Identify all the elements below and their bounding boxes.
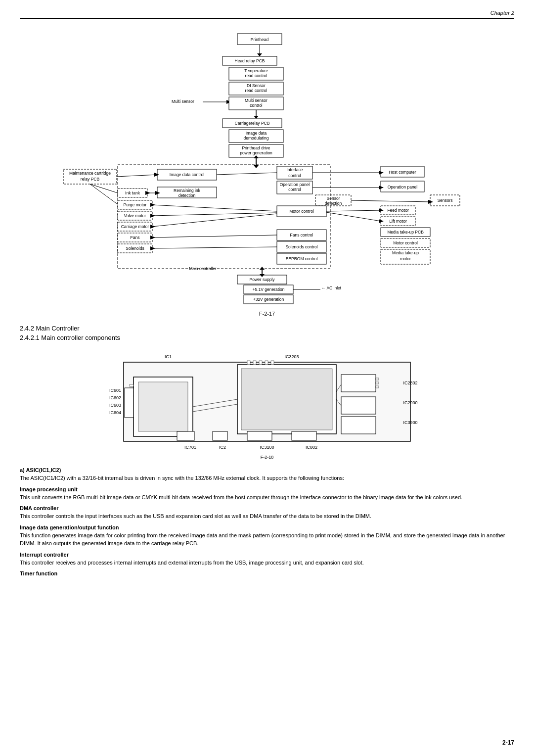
svg-text:control: control (250, 103, 263, 108)
svg-line-43 (217, 173, 277, 175)
svg-text:Printhead: Printhead (251, 37, 269, 42)
svg-text:control: control (288, 187, 301, 192)
svg-text:Sensor: Sensor (327, 196, 340, 201)
asic-section: a) ASIC(IC1,IC2) The ASIC(IC1/IC2) with … (20, 467, 514, 482)
svg-text:IC601: IC601 (109, 388, 121, 393)
svg-text:IC604: IC604 (109, 410, 121, 415)
svg-text:Media take-up PCB: Media take-up PCB (387, 230, 424, 235)
svg-text:detection: detection (325, 201, 342, 206)
svg-rect-156 (376, 386, 379, 388)
svg-text:F-2-18: F-2-18 (261, 455, 274, 460)
svg-text:Image data control: Image data control (170, 172, 205, 177)
svg-text:Temperature: Temperature (244, 68, 268, 73)
svg-text:read control: read control (245, 88, 267, 93)
svg-text:Power supply: Power supply (249, 277, 275, 282)
svg-text:Host computer: Host computer (389, 170, 416, 175)
svg-marker-83 (150, 225, 155, 229)
svg-rect-141 (138, 382, 188, 431)
svg-rect-155 (376, 382, 379, 384)
svg-text:Valve motor: Valve motor (124, 213, 146, 218)
dma-body: This controller controls the input inter… (20, 512, 514, 520)
svg-text:Multi sensor: Multi sensor (245, 98, 267, 103)
svg-text:Head relay PCB: Head relay PCB (235, 58, 265, 63)
main-section-heading: 2.4.2 Main Controller (20, 325, 514, 332)
timer-title: Timer function (20, 570, 514, 576)
svg-text:+5.1V generation: +5.1V generation (253, 287, 285, 292)
svg-text:IC701: IC701 (184, 445, 196, 450)
svg-text:Purge motor: Purge motor (124, 202, 147, 207)
svg-marker-64 (145, 191, 150, 195)
svg-marker-19 (254, 116, 259, 119)
svg-text:Solenoids control: Solenoids control (285, 244, 317, 249)
svg-rect-162 (292, 431, 316, 440)
svg-rect-147 (241, 369, 332, 430)
figure1-label: F-2-17 (20, 311, 514, 317)
svg-text:Fans control: Fans control (290, 233, 313, 237)
svg-text:relay PCB: relay PCB (81, 177, 100, 182)
page-number: 2-17 (502, 739, 514, 746)
svg-text:demodulating: demodulating (243, 136, 268, 141)
svg-rect-153 (341, 375, 376, 392)
svg-rect-161 (247, 431, 272, 440)
sub-section-heading: 2.4.2.1 Main controller components (20, 334, 514, 341)
svg-marker-81 (150, 214, 155, 218)
svg-text:Image data: Image data (246, 131, 267, 136)
svg-text:IC1: IC1 (165, 354, 172, 359)
chapter-header: Chapter 2 (20, 10, 514, 19)
svg-line-124 (117, 175, 157, 177)
svg-rect-142 (130, 384, 134, 386)
svg-text:Maintenance cartridge: Maintenance cartridge (69, 171, 111, 176)
svg-text:IC603: IC603 (109, 403, 121, 408)
svg-rect-160 (213, 431, 227, 440)
dma-title: DMA controller (20, 505, 514, 511)
svg-text:detection: detection (178, 193, 196, 198)
svg-marker-79 (150, 203, 155, 207)
svg-text:Ink tank: Ink tank (125, 190, 140, 195)
interrupt-body: This controller receives and processes i… (20, 559, 514, 567)
svg-marker-120 (260, 267, 265, 270)
svg-text:Sensors: Sensors (437, 198, 452, 203)
svg-line-88 (326, 210, 381, 211)
imgdata-section: Image data generation/output function Th… (20, 524, 514, 548)
svg-text:IC3900: IC3900 (403, 420, 417, 425)
svg-rect-152 (271, 361, 274, 365)
svg-line-94 (152, 235, 277, 237)
svg-rect-148 (247, 361, 250, 365)
svg-text:Motor control: Motor control (289, 209, 314, 214)
timer-section: Timer function (20, 570, 514, 576)
svg-line-123 (90, 184, 118, 204)
svg-rect-154 (376, 378, 379, 380)
diagram2-container: IC1 IC3203 IC2802 IC2900 IC3900 IC601 IC… (20, 347, 514, 462)
svg-marker-3 (257, 53, 262, 56)
svg-rect-158 (341, 417, 376, 434)
imgdata-title: Image data generation/output function (20, 524, 514, 530)
svg-text:+32V generation: +32V generation (253, 297, 284, 302)
svg-line-122 (90, 184, 118, 193)
interrupt-section: Interrupt controller This controller rec… (20, 552, 514, 567)
chapter-label: Chapter 2 (490, 10, 514, 16)
svg-text:IC2: IC2 (219, 445, 226, 450)
dma-section: DMA controller This controller controls … (20, 505, 514, 520)
svg-text:IC3100: IC3100 (260, 445, 274, 450)
svg-line-102 (152, 247, 277, 248)
svg-text:IC2900: IC2900 (403, 400, 417, 405)
svg-text:IC802: IC802 (306, 445, 317, 450)
svg-text:Printhead drive: Printhead drive (242, 145, 270, 150)
svg-rect-159 (177, 431, 194, 440)
svg-text:← AC inlet: ← AC inlet (321, 285, 342, 290)
img-proc-body: This unit converts the RGB multi-bit ima… (20, 493, 514, 502)
svg-rect-167 (125, 388, 134, 418)
svg-line-78 (152, 205, 277, 211)
diagram1-container: Printhead Head relay PCB Temperature rea… (20, 29, 514, 306)
svg-rect-150 (259, 361, 262, 365)
svg-line-90 (326, 212, 381, 221)
svg-text:control: control (288, 173, 301, 178)
svg-text:Operation panel: Operation panel (388, 185, 418, 189)
svg-line-80 (152, 213, 277, 216)
svg-marker-95 (150, 236, 155, 239)
diagram2-svg-wrapper: IC1 IC3203 IC2802 IC2900 IC3900 IC601 IC… (94, 347, 440, 462)
svg-text:Feed motor: Feed motor (387, 208, 409, 213)
svg-text:read control: read control (245, 73, 267, 78)
svg-text:IC3203: IC3203 (284, 354, 299, 359)
page-container: Chapter 2 Printhead Head relay PCB Tempe… (0, 0, 534, 756)
